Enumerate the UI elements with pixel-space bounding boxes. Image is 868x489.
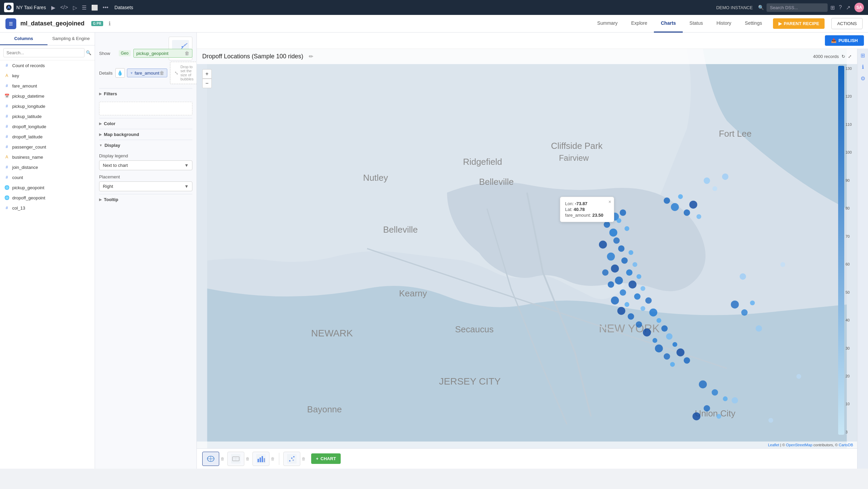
legend-val-120: 120 [846, 94, 852, 98]
dataset-info-icon[interactable]: ℹ [109, 20, 111, 27]
leaflet-link[interactable]: Leaflet [768, 443, 779, 447]
svg-point-26 [609, 229, 618, 237]
tab-settings[interactable]: Settings [738, 15, 769, 33]
publish-button[interactable]: 📤 PUBLISH [825, 35, 864, 46]
user-avatar[interactable]: SA [854, 3, 864, 12]
bubble-drop-zone[interactable]: ⤡ Drop to set the size of bubbles [170, 62, 197, 84]
list-item[interactable]: # dropoff_latitude [0, 132, 95, 142]
svg-point-53 [657, 318, 661, 323]
list-item[interactable]: A business_name [0, 152, 95, 162]
placement-dropdown[interactable]: Right ▼ [99, 181, 192, 191]
bar-chart-thumbnail[interactable] [252, 452, 269, 466]
details-field-pill[interactable]: ▼ fare_amount 🗑 [127, 69, 167, 77]
right-panel-icon-2[interactable]: ℹ [859, 63, 867, 71]
list-item[interactable]: 🌐 dropoff_geopoint [0, 193, 95, 203]
svg-point-58 [655, 345, 663, 353]
list-item[interactable]: A key [0, 71, 95, 81]
tooltip-lon-row: Lon: -73.87 [565, 201, 609, 206]
filters-section-header[interactable]: ▶ Filters [99, 88, 192, 99]
geo-chart-delete[interactable]: 🗑 [221, 456, 225, 461]
nav-icon-deploy[interactable]: ☰ [82, 4, 87, 11]
color-picker[interactable]: 💧 [115, 68, 125, 78]
tab-summary[interactable]: Summary [590, 15, 624, 33]
svg-point-78 [769, 418, 773, 423]
trending-icon[interactable]: ↗ [846, 4, 850, 11]
svg-point-55 [661, 325, 668, 332]
world-chart-thumbnail[interactable] [227, 452, 244, 466]
legend-val-130: 130 [846, 66, 852, 71]
tab-charts[interactable]: Charts [654, 15, 682, 33]
nav-icon-arrow[interactable]: ▶ [51, 4, 55, 11]
tab-sampling[interactable]: Sampling & Engine [48, 33, 95, 45]
display-legend-dropdown[interactable]: Next to chart ▼ [99, 160, 192, 170]
zoom-in-button[interactable]: + [202, 69, 212, 79]
show-field-delete[interactable]: 🗑 [185, 51, 189, 56]
edit-title-icon[interactable]: ✏ [309, 53, 313, 60]
tooltip-section-header[interactable]: ▶ Tooltip [99, 194, 192, 205]
cartodb-link[interactable]: CartoDB [839, 443, 853, 447]
map-bg-section-header[interactable]: ▶ Map background [99, 129, 192, 140]
filters-drop-zone[interactable] [99, 102, 192, 115]
tab-columns[interactable]: Columns [0, 33, 48, 45]
right-panel-icon-1[interactable]: ⊞ [859, 52, 867, 59]
world-chart-delete[interactable]: 🗑 [246, 456, 250, 461]
list-item[interactable]: # Count of records [0, 60, 95, 71]
list-item[interactable]: 📅 pickup_datetime [0, 91, 95, 101]
legend-val-60: 60 [846, 262, 852, 266]
nav-icon-code[interactable]: </> [60, 4, 68, 11]
geo-chart-thumbnail[interactable] [202, 452, 219, 466]
search-input[interactable] [767, 3, 828, 12]
parent-recipe-button[interactable]: ▶ PARENT RECIPE [773, 18, 825, 29]
list-item[interactable]: # count [0, 172, 95, 182]
nav-icon-play[interactable]: ▷ [73, 4, 77, 11]
bar-chart-delete[interactable]: 🗑 [271, 456, 275, 461]
osm-link[interactable]: OpenStreetMap [786, 443, 812, 447]
nav-icon-more[interactable]: ••• [103, 4, 109, 11]
list-item[interactable]: # passenger_count [0, 142, 95, 152]
column-name: key [12, 73, 19, 78]
svg-point-27 [613, 237, 620, 244]
bar-separator [279, 453, 279, 465]
list-item[interactable]: # pickup_latitude [0, 111, 95, 121]
list-item[interactable]: 🌐 pickup_geopoint [0, 182, 95, 193]
color-section-header[interactable]: ▶ Color [99, 118, 192, 129]
svg-point-67 [684, 210, 690, 216]
scatter-chart-delete[interactable]: 🗑 [302, 456, 306, 461]
help-icon[interactable]: ? [839, 4, 842, 11]
datasets-button[interactable]: Datasets [114, 5, 133, 10]
expand-icon[interactable]: ⤢ [848, 54, 852, 59]
parent-recipe-icon: ▶ [778, 21, 782, 26]
tab-status[interactable]: Status [683, 15, 710, 33]
zoom-out-button[interactable]: − [202, 79, 212, 88]
list-item[interactable]: # dropoff_longitude [0, 121, 95, 132]
tooltip-close[interactable]: × [608, 199, 611, 204]
display-section-header[interactable]: ▼ Display [99, 140, 192, 151]
column-search-input[interactable] [3, 48, 84, 57]
refresh-icon[interactable]: ↻ [842, 54, 845, 59]
app-logo[interactable] [4, 3, 14, 12]
nav-icon-box[interactable]: ⬜ [91, 4, 98, 11]
list-item[interactable]: # join_distance [0, 162, 95, 172]
list-item[interactable]: # pickup_longitude [0, 101, 95, 111]
tab-explore[interactable]: Explore [624, 15, 654, 33]
svg-point-46 [624, 302, 629, 307]
details-field-delete[interactable]: 🗑 [159, 70, 164, 76]
color-label: Color [104, 121, 115, 126]
actions-button[interactable]: ACTIONS [831, 18, 863, 29]
legend-content: 130 120 110 100 90 80 70 60 50 40 30 [838, 66, 852, 435]
add-chart-button[interactable]: + CHART [311, 453, 341, 464]
right-panel-icon-3[interactable]: ⚙ [859, 75, 867, 82]
tab-history[interactable]: History [710, 15, 738, 33]
chart-item-3: 🗑 [252, 452, 275, 466]
list-item[interactable]: # col_13 [0, 203, 95, 213]
svg-rect-93 [258, 459, 259, 462]
show-field-pill[interactable]: pickup_geopoint 🗑 [133, 49, 192, 58]
svg-rect-94 [260, 457, 261, 462]
string-icon: A [4, 73, 10, 78]
scatter-chart-thumbnail[interactable] [283, 452, 300, 466]
svg-point-101 [293, 459, 294, 461]
list-item[interactable]: # fare_amount [0, 81, 95, 91]
map-container[interactable]: Ridgefield Cliffside Park Fairview Nutle… [197, 49, 857, 448]
column-name: join_distance [12, 165, 38, 170]
grid-icon[interactable]: ⊞ [830, 4, 835, 11]
